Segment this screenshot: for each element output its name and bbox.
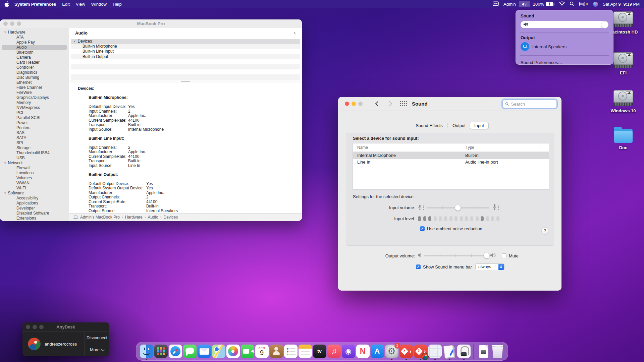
dock-item-document[interactable]: [477, 345, 490, 358]
dock-item-messages[interactable]: [183, 345, 197, 358]
breadcrumb-item-hardware[interactable]: Hardware: [125, 215, 143, 220]
menubar-menu-help[interactable]: Help: [113, 2, 122, 7]
menubar-visibility-dropdown[interactable]: always: [475, 263, 504, 270]
desktop-icon-doc[interactable]: Doc: [606, 128, 641, 150]
dock-item-maps[interactable]: [212, 345, 225, 358]
tab-input[interactable]: Input: [470, 122, 488, 129]
dock-item-anydesk[interactable]: ›: [399, 345, 413, 358]
anydesk-titlebar[interactable]: AnyDesk: [22, 322, 109, 332]
sidebar-item-ethernet[interactable]: Ethernet: [2, 80, 67, 85]
sidebar-group-network[interactable]: ∨Network: [0, 161, 69, 166]
sidebar-item-camera[interactable]: Camera: [2, 55, 67, 60]
sidebar-item-nvmexpress[interactable]: NVMExpress: [2, 105, 67, 110]
sidebar-item-applications[interactable]: Applications: [2, 201, 67, 206]
noise-reduction-checkbox[interactable]: ✓: [420, 226, 425, 231]
dock-item-reminders[interactable]: [284, 345, 298, 358]
dock-item-app-placeholder[interactable]: [428, 345, 442, 358]
sidebar-item-memory[interactable]: Memory: [2, 100, 67, 105]
sidebar-item-wwan[interactable]: WWAN: [2, 181, 67, 186]
sidebar-item-disabled-software[interactable]: Disabled Software: [2, 211, 67, 216]
sidebar-item-controller[interactable]: Controller: [2, 65, 67, 70]
forward-button[interactable]: [387, 101, 392, 107]
sidebar-item-spi[interactable]: SPI: [2, 140, 67, 145]
sidebar-group-software[interactable]: ∨Software: [0, 191, 69, 196]
dock-item-mail[interactable]: [198, 345, 211, 358]
control-center-icon[interactable]: [579, 2, 588, 6]
menubar-menu-edit[interactable]: Edit: [62, 2, 69, 7]
sidebar-item-sas[interactable]: SAS: [2, 130, 67, 135]
dock-item-anydesk-session[interactable]: ›: [414, 345, 427, 358]
apple-menu-icon[interactable]: [4, 1, 9, 7]
siri-icon[interactable]: [593, 2, 598, 7]
breadcrumb-item-admin-s-macbook-pro[interactable]: Admin’s MacBook Pro: [80, 215, 120, 220]
dock-item-launchpad[interactable]: [154, 345, 168, 358]
dock-item-tv[interactable]: tv: [313, 345, 326, 358]
tab-sound-effects[interactable]: Sound Effects: [411, 122, 447, 129]
sidebar-item-fibre-channel[interactable]: Fibre Channel: [2, 85, 67, 90]
dock-item-system-information[interactable]: [457, 345, 471, 358]
sidebar-item-firewire[interactable]: FireWire: [2, 90, 67, 95]
sidebar-item-usb[interactable]: USB: [2, 156, 67, 161]
collapse-chevron-icon[interactable]: ∧: [293, 31, 296, 35]
menubar-user[interactable]: Admin: [503, 2, 516, 7]
sound-titlebar[interactable]: Sound: [338, 97, 561, 111]
volume-menu-icon[interactable]: [519, 1, 530, 7]
sidebar-item-bluetooth[interactable]: Bluetooth: [2, 50, 67, 55]
menubar-menu-view[interactable]: View: [76, 2, 85, 7]
sidebar-item-accessibility[interactable]: Accessibility: [2, 196, 67, 201]
tab-output[interactable]: Output: [448, 122, 470, 129]
sidebar-item-parallel-scsi[interactable]: Parallel SCSI: [2, 115, 67, 120]
dock-item-podcasts[interactable]: ◉: [342, 345, 355, 358]
sidebar-item-locations[interactable]: Locations: [2, 171, 67, 176]
sidebar-item-firewall[interactable]: Firewall: [2, 166, 67, 171]
search-input[interactable]: [511, 101, 554, 107]
show-sound-checkbox[interactable]: ✓: [416, 264, 421, 269]
dock-item-contacts[interactable]: [270, 345, 283, 358]
input-volume-slider[interactable]: [427, 207, 489, 208]
breadcrumb-item-devices[interactable]: Devices: [164, 215, 178, 220]
show-all-icon[interactable]: [399, 101, 407, 107]
battery-indicator[interactable]: 100%: [533, 2, 554, 7]
sidebar-item-graphics-displays[interactable]: Graphics/Displays: [2, 95, 67, 100]
sidebar-group-hardware[interactable]: ∨Hardware: [0, 30, 69, 35]
sidebar-item-developer[interactable]: Developer: [2, 206, 67, 211]
tree-item-built-in-output[interactable]: Built-in Output: [71, 54, 300, 59]
menubar-clock[interactable]: Sat Apr 9 9:19 PM: [603, 2, 640, 7]
sidebar-item-extensions[interactable]: Extensions: [2, 216, 67, 221]
column-header-type[interactable]: Type: [461, 143, 540, 152]
dock-item-app-store[interactable]: A: [371, 345, 384, 358]
column-header-name[interactable]: Name: [353, 143, 461, 152]
desktop-icon-windows-10[interactable]: Windows 10: [606, 90, 641, 113]
menubar-menu-window[interactable]: Window: [91, 2, 107, 7]
back-button[interactable]: [375, 101, 381, 107]
tree-item-built-in-line-input[interactable]: Built-in Line Input: [71, 49, 300, 54]
popover-volume-knob[interactable]: [601, 21, 608, 28]
dock-item-facetime[interactable]: [241, 345, 254, 358]
zoom-button[interactable]: [358, 102, 363, 106]
spotlight-icon[interactable]: [570, 1, 574, 7]
anydesk-menu-icon[interactable]: [493, 1, 499, 7]
sidebar-item-ata[interactable]: ATA: [2, 35, 67, 40]
sidebar-item-sata[interactable]: SATA: [2, 135, 67, 140]
output-volume-slider[interactable]: [424, 255, 487, 256]
sidebar-item-volumes[interactable]: Volumes: [2, 176, 67, 181]
dock-item-installer[interactable]: [443, 345, 456, 358]
sidebar-item-wi-fi[interactable]: Wi-Fi: [2, 186, 67, 191]
tree-item-built-in-microphone[interactable]: Built-in Microphone: [71, 44, 300, 49]
sidebar-item-audio[interactable]: Audio: [2, 45, 67, 50]
dock-item-calendar[interactable]: APR9: [255, 345, 269, 358]
tree-group-devices[interactable]: ∨Devices: [71, 39, 300, 44]
splitter-handle[interactable]: [181, 81, 190, 82]
pane-splitter[interactable]: [69, 80, 302, 83]
popover-volume-slider[interactable]: [521, 21, 608, 28]
sidebar-item-printers[interactable]: Printers: [2, 125, 67, 130]
sidebar-item-pci[interactable]: PCI: [2, 110, 67, 115]
wifi-icon[interactable]: [559, 1, 565, 7]
output-device-row[interactable]: Internal Speakers: [521, 42, 608, 51]
output-volume-knob[interactable]: [484, 253, 490, 259]
sidebar-item-card-reader[interactable]: Card Reader: [2, 60, 67, 65]
dock-item-finder[interactable]: [140, 345, 153, 358]
dock-item-music[interactable]: ♫: [327, 345, 341, 358]
close-button[interactable]: [345, 102, 349, 106]
mute-checkbox[interactable]: [502, 253, 506, 258]
